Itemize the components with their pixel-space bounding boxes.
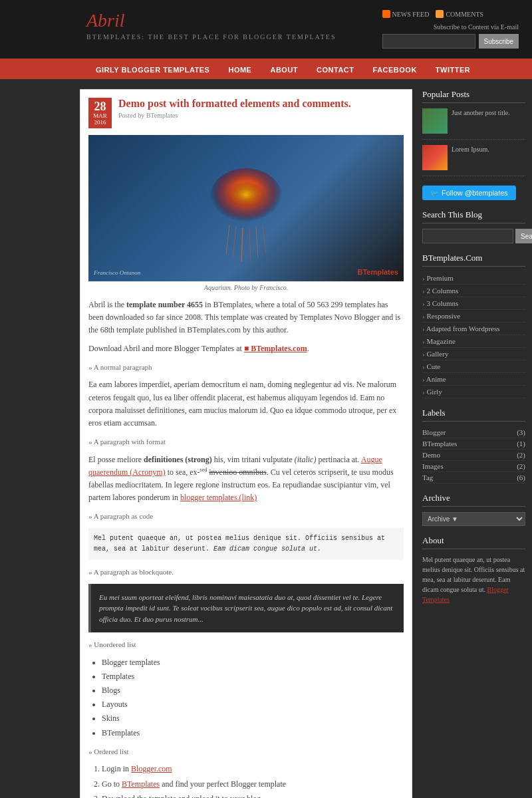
post-image-caption: Aquarium. Photo by Francisco. — [88, 281, 404, 293]
search-button[interactable]: Search — [515, 229, 532, 243]
post-date: 28 MAR 2016 — [88, 98, 112, 128]
section-ordered: Ordered list — [88, 746, 404, 758]
post-month: MAR — [92, 112, 108, 119]
archive-section: Archive Archive ▼ — [422, 493, 525, 526]
list-item: Templates — [102, 670, 404, 683]
subscribe-label: Subscribe to Content via E-mail — [382, 23, 519, 31]
popular-posts-section: Popular Posts Just another post title. L… — [422, 89, 525, 176]
label-item-demo: Demo (2) — [422, 450, 525, 461]
link-2col[interactable]: 2 Columns — [422, 285, 525, 297]
nav-home[interactable]: HOME — [219, 61, 261, 79]
popular-post-2: Lorem Ipsum. — [422, 145, 525, 176]
label-count-images: (2) — [517, 462, 525, 470]
normal-paragraph-text: Ea eam labores imperdiet, aperiam democr… — [88, 378, 404, 430]
label-count-demo: (2) — [517, 451, 525, 459]
subscribe-form: Subscribe — [382, 34, 519, 49]
search-section: Search This Blog Search — [422, 209, 525, 243]
popular-posts-title: Popular Posts — [422, 89, 525, 103]
nav-twitter[interactable]: TWITTER — [426, 61, 479, 79]
link-cute[interactable]: Cute — [422, 360, 525, 373]
subscribe-input[interactable] — [382, 34, 475, 49]
news-feed-link[interactable]: NEWS FEED — [382, 10, 430, 18]
blogger-templates-link[interactable]: blogger templates.(link) — [180, 493, 257, 502]
svg-line-6 — [256, 227, 258, 258]
link-anime[interactable]: Anime — [422, 373, 525, 386]
ordered-list: Login in Blogger.com Go to BTemplates an… — [88, 763, 404, 798]
label-item-btemplates: BTemplates (1) — [422, 438, 525, 450]
popular-post-1: Just another post title. — [422, 108, 525, 140]
header-right: NEWS FEED COMMENTS Subscribe to Content … — [382, 10, 519, 49]
post-meta: Posted by BTemplates — [118, 112, 351, 119]
post-day: 28 — [92, 100, 108, 112]
post-title: Demo post with formatted elements and co… — [118, 98, 351, 110]
unordered-list: Blogger templates Templates Blogs Layout… — [88, 656, 404, 739]
popular-post-thumb-1 — [422, 108, 448, 134]
label-count-btemplates: (1) — [517, 440, 525, 448]
nav-about[interactable]: ABOUT — [261, 61, 307, 79]
labels-section: Labels Blogger (3) BTemplates (1) Demo (… — [422, 408, 525, 483]
post-intro: Abril is the template number 4655 in BTe… — [88, 299, 404, 337]
list-item: Blogger templates — [102, 656, 404, 669]
link-3col[interactable]: 3 Columns — [422, 297, 525, 310]
list-item: Go to BTemplates and find your perfect B… — [102, 778, 404, 791]
link-wordpress[interactable]: Adapted from Wordpress — [422, 323, 525, 335]
link-girly[interactable]: Girly — [422, 386, 525, 398]
svg-line-4 — [241, 228, 243, 261]
follow-button[interactable]: Follow @btemplates — [422, 186, 516, 200]
code-block: Mel putent quaeque an, ut postea melius … — [88, 528, 404, 560]
section-blockquote: A paragraph as blockquote. — [88, 567, 404, 579]
btemplates-links: Premium 2 Columns 3 Columns Responsive A… — [422, 272, 525, 398]
popular-post-title-2: Lorem Ipsum. — [452, 145, 489, 170]
section-code: A paragraph as code — [88, 511, 404, 523]
link-responsive[interactable]: Responsive — [422, 310, 525, 323]
archive-title: Archive — [422, 493, 525, 507]
label-count-tag: (6) — [517, 473, 525, 481]
archive-select[interactable]: Archive ▼ — [422, 512, 525, 526]
post-download-text: Download Abril and more Blogger Template… — [88, 342, 404, 355]
nav-contact[interactable]: CONTACT — [307, 61, 363, 79]
main-content: 28 MAR 2016 Demo post with formatted ele… — [80, 89, 412, 798]
label-count-blogger: (3) — [517, 428, 525, 436]
blog-title: Abril — [86, 10, 336, 31]
list-item: Layouts — [102, 698, 404, 711]
label-link-demo[interactable]: Demo — [422, 451, 440, 459]
search-form: Search — [422, 229, 525, 243]
label-item-blogger: Blogger (3) — [422, 427, 525, 438]
subscribe-button[interactable]: Subscribe — [479, 34, 519, 49]
label-link-images[interactable]: Images — [422, 462, 444, 470]
link-gallery[interactable]: Gallery — [422, 348, 525, 360]
label-link-tag[interactable]: Tag — [422, 473, 433, 481]
about-section: About Mel putent quaeque an, ut postea m… — [422, 535, 525, 604]
about-text: Mel putent quaeque an, ut postea melius … — [422, 555, 525, 604]
about-title: About — [422, 535, 525, 549]
label-item-tag: Tag (6) — [422, 472, 525, 483]
link-magazine[interactable]: Magazine — [422, 335, 525, 348]
btemplates-badge: BTemplates — [357, 268, 398, 276]
svg-line-2 — [226, 225, 229, 255]
photo-credit: Francisco Ontanon — [94, 269, 140, 276]
list-item: Download the template and upload it to y… — [102, 793, 404, 798]
svg-point-1 — [226, 182, 266, 208]
comments-feed-link[interactable]: COMMENTS — [436, 10, 483, 18]
list-item: Skins — [102, 712, 404, 725]
nav-facebook[interactable]: FACEBOOK — [364, 61, 426, 79]
search-input[interactable] — [422, 229, 513, 243]
btemplates-link2[interactable]: BTemplates — [122, 779, 160, 789]
svg-line-7 — [263, 225, 266, 253]
label-link-blogger[interactable]: Blogger — [422, 428, 446, 436]
post-image: Francisco Ontanon BTemplates — [88, 135, 404, 281]
follow-section: Follow @btemplates — [422, 186, 525, 200]
list-item: Login in Blogger.com — [102, 763, 404, 775]
nav-girly-templates[interactable]: GIRLY BLOGGER TEMPLATES — [86, 61, 219, 79]
btemplates-link[interactable]: ■ BTemplates.com — [244, 344, 307, 353]
label-item-images: Images (2) — [422, 461, 525, 472]
section-unordered: Unordered list — [88, 639, 404, 651]
blog-description: BTEMPLATES: THE BEST PLACE FOR BLOGGER T… — [86, 33, 336, 41]
labels-title: Labels — [422, 408, 525, 422]
comment-feed-icon — [436, 10, 444, 18]
blogger-com-link[interactable]: Blogger.com — [131, 764, 172, 773]
popular-post-thumb-2 — [422, 145, 448, 170]
label-link-btemplates[interactable]: BTemplates — [422, 440, 457, 448]
blockquote-block: Eu mei suum oporteat eleifend, libris no… — [88, 584, 404, 633]
link-premium[interactable]: Premium — [422, 272, 525, 285]
